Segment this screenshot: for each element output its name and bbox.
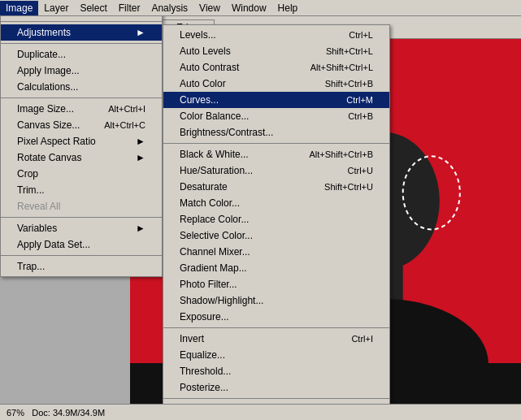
adj-threshold[interactable]: Threshold... [163, 363, 389, 379]
menu-item-canvas-size[interactable]: Canvas Size... Alt+Ctrl+C [1, 117, 162, 133]
adj-match-color[interactable]: Match Color... [163, 195, 389, 211]
menu-item-apply-data-set[interactable]: Apply Data Set... [1, 236, 162, 253]
menu-item-rotate-canvas[interactable]: Rotate Canvas ► [1, 149, 162, 166]
adj-black-white[interactable]: Black & White... Alt+Shift+Ctrl+B [163, 146, 389, 162]
menubar-item-help[interactable]: Help [272, 1, 304, 15]
adj-hue-saturation[interactable]: Hue/Saturation... Ctrl+U [163, 162, 389, 179]
menubar: Image Layer Select Filter Analysis View … [0, 0, 521, 16]
adj-levels[interactable]: Levels... Ctrl+L [163, 27, 389, 43]
menu-item-apply-image[interactable]: Apply Image... [1, 63, 162, 79]
menu-item-duplicate[interactable]: Duplicate... [1, 46, 162, 63]
separator-2 [1, 43, 162, 44]
menubar-item-select[interactable]: Select [74, 1, 112, 15]
menubar-item-filter[interactable]: Filter [113, 1, 146, 15]
separator-4 [1, 217, 162, 218]
menubar-item-image[interactable]: Image [0, 1, 38, 15]
menu-item-adjustments[interactable]: Adjustments ► [1, 24, 162, 41]
adj-posterize[interactable]: Posterize... [163, 379, 389, 396]
doc-info: Doc: 34.9M/34.9M [32, 408, 105, 418]
adj-sep-2 [163, 327, 389, 328]
menubar-item-window[interactable]: Window [226, 1, 272, 15]
adj-desaturate[interactable]: Desaturate Shift+Ctrl+U [163, 179, 389, 195]
menu-item-trap[interactable]: Trap... [1, 258, 162, 275]
menu-item-calculations[interactable]: Calculations... [1, 79, 162, 95]
menu-item-crop[interactable]: Crop [1, 166, 162, 182]
status-separator [24, 408, 32, 418]
adj-color-balance[interactable]: Color Balance... Ctrl+B [163, 108, 389, 124]
menu-item-pixel-aspect[interactable]: Pixel Aspect Ratio ► [1, 133, 162, 149]
menubar-item-analysis[interactable]: Analysis [145, 1, 193, 15]
image-menu-dropdown: Mode ► Adjustments ► Duplicate... Apply … [0, 0, 163, 277]
separator-1 [1, 21, 162, 22]
adj-auto-contrast[interactable]: Auto Contrast Alt+Shift+Ctrl+L [163, 59, 389, 76]
zoom-level: 67% [7, 408, 24, 418]
adj-photo-filter[interactable]: Photo Filter... [163, 276, 389, 292]
adj-replace-color[interactable]: Replace Color... [163, 211, 389, 227]
adj-gradient-map[interactable]: Gradient Map... [163, 260, 389, 276]
menu-item-variables[interactable]: Variables ► [1, 220, 162, 236]
menu-item-trim[interactable]: Trim... [1, 182, 162, 198]
separator-5 [1, 255, 162, 256]
adj-channel-mixer[interactable]: Channel Mixer... [163, 244, 389, 260]
menubar-item-view[interactable]: View [193, 1, 226, 15]
separator-3 [1, 97, 162, 98]
adj-sep-3 [163, 398, 389, 399]
menubar-item-layer[interactable]: Layer [38, 1, 74, 15]
adj-invert[interactable]: Invert Ctrl+I [163, 331, 389, 347]
adj-auto-color[interactable]: Auto Color Shift+Ctrl+B [163, 76, 389, 92]
adj-equalize[interactable]: Equalize... [163, 347, 389, 363]
adj-curves[interactable]: Curves... Ctrl+M [163, 92, 389, 108]
adj-exposure[interactable]: Exposure... [163, 309, 389, 325]
adj-selective-color[interactable]: Selective Color... [163, 227, 389, 244]
adj-auto-levels[interactable]: Auto Levels Shift+Ctrl+L [163, 43, 389, 59]
menu-item-reveal-all: Reveal All [1, 198, 162, 214]
menu-item-image-size[interactable]: Image Size... Alt+Ctrl+I [1, 101, 162, 117]
statusbar: 67% Doc: 34.9M/34.9M [0, 404, 521, 420]
adj-brightness-contrast[interactable]: Brightness/Contrast... [163, 124, 389, 141]
adj-shadow-highlight[interactable]: Shadow/Highlight... [163, 292, 389, 309]
adjustments-submenu: Levels... Ctrl+L Auto Levels Shift+Ctrl+… [163, 24, 390, 420]
adj-sep-1 [163, 143, 389, 144]
